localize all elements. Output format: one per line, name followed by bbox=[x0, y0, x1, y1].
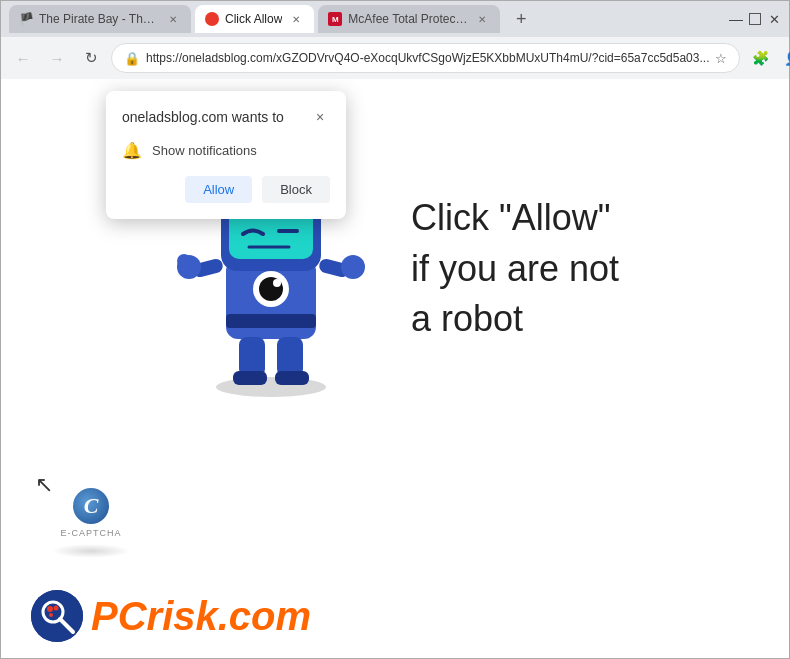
browser-frame: 🏴 The Pirate Bay - The galaxy's m... ✕ C… bbox=[0, 0, 790, 659]
svg-point-25 bbox=[47, 606, 53, 612]
reload-button[interactable]: ↻ bbox=[77, 44, 105, 72]
pirate-favicon: 🏴 bbox=[19, 12, 33, 26]
svg-point-5 bbox=[273, 279, 281, 287]
svg-point-22 bbox=[31, 590, 83, 642]
ecaptcha-logo: C bbox=[73, 488, 109, 524]
svg-rect-20 bbox=[233, 371, 267, 385]
nav-right-icons: 🧩 👤 ⋮ bbox=[746, 44, 790, 72]
clickallow-favicon bbox=[205, 12, 219, 26]
svg-point-0 bbox=[216, 377, 326, 397]
popup-buttons: Allow Block bbox=[122, 176, 330, 203]
tab-clickallow-close[interactable]: ✕ bbox=[288, 11, 304, 27]
bell-icon: 🔔 bbox=[122, 141, 142, 160]
svg-point-27 bbox=[49, 613, 53, 617]
text-line-2: if you are not bbox=[411, 244, 619, 294]
svg-rect-2 bbox=[226, 314, 316, 328]
pcrisk-pc: PC bbox=[91, 594, 147, 638]
pcrisk-icon bbox=[31, 590, 83, 642]
mouse-cursor: ↖ bbox=[35, 472, 53, 498]
pcrisk-logo: PCrisk.com bbox=[31, 590, 311, 642]
maximize-button[interactable] bbox=[749, 13, 761, 25]
ecaptcha-label: E-CAPTCHA bbox=[60, 528, 121, 538]
popup-close-button[interactable]: × bbox=[310, 107, 330, 127]
back-button[interactable]: ← bbox=[9, 44, 37, 72]
block-button[interactable]: Block bbox=[262, 176, 330, 203]
text-line-1: Click "Allow" bbox=[411, 193, 619, 243]
tab-clickallow-label: Click Allow bbox=[225, 12, 282, 26]
popup-header: oneladsblog.com wants to × bbox=[122, 107, 330, 127]
ecaptcha-shadow bbox=[51, 544, 131, 558]
pcrisk-text: PCrisk.com bbox=[91, 594, 311, 639]
ecaptcha-area: C E-CAPTCHA bbox=[51, 488, 131, 558]
notification-popup: oneladsblog.com wants to × 🔔 Show notifi… bbox=[106, 91, 346, 219]
allow-button[interactable]: Allow bbox=[185, 176, 252, 203]
text-line-3: a robot bbox=[411, 294, 619, 344]
svg-point-15 bbox=[177, 254, 191, 268]
tab-pirate-close[interactable]: ✕ bbox=[165, 11, 181, 27]
svg-rect-21 bbox=[275, 371, 309, 385]
popup-title: oneladsblog.com wants to bbox=[122, 109, 284, 125]
navigation-bar: ← → ↻ 🔒 https://oneladsblog.com/xGZODVrv… bbox=[1, 37, 789, 79]
pcrisk-risk: risk.com bbox=[147, 594, 312, 638]
browser-menu-extensions[interactable]: 🧩 bbox=[746, 44, 774, 72]
svg-point-17 bbox=[341, 255, 365, 279]
title-bar: 🏴 The Pirate Bay - The galaxy's m... ✕ C… bbox=[1, 1, 789, 37]
click-allow-text: Click "Allow" if you are not a robot bbox=[411, 193, 619, 344]
url-text: https://oneladsblog.com/xGZODVrvQ4O-eXoc… bbox=[146, 51, 709, 65]
page-content: oneladsblog.com wants to × 🔔 Show notifi… bbox=[1, 79, 789, 658]
lock-icon: 🔒 bbox=[124, 51, 140, 66]
bookmark-icon[interactable]: ☆ bbox=[715, 51, 727, 66]
tab-mcafee[interactable]: M McAfee Total Protection ✕ bbox=[318, 5, 500, 33]
new-tab-button[interactable]: + bbox=[508, 6, 534, 32]
window-controls: — ✕ bbox=[729, 12, 781, 26]
tab-pirate-label: The Pirate Bay - The galaxy's m... bbox=[39, 12, 159, 26]
popup-permission-row: 🔔 Show notifications bbox=[122, 141, 330, 160]
tab-pirate-bay[interactable]: 🏴 The Pirate Bay - The galaxy's m... ✕ bbox=[9, 5, 191, 33]
mcafee-favicon: M bbox=[328, 12, 342, 26]
minimize-button[interactable]: — bbox=[729, 12, 743, 26]
tab-mcafee-close[interactable]: ✕ bbox=[474, 11, 490, 27]
close-button[interactable]: ✕ bbox=[767, 12, 781, 26]
tab-click-allow[interactable]: Click Allow ✕ bbox=[195, 5, 314, 33]
ecaptcha-letter: C bbox=[84, 493, 99, 519]
tab-mcafee-label: McAfee Total Protection bbox=[348, 12, 468, 26]
forward-button[interactable]: → bbox=[43, 44, 71, 72]
address-bar[interactable]: 🔒 https://oneladsblog.com/xGZODVrvQ4O-eX… bbox=[111, 43, 740, 73]
popup-permission-text: Show notifications bbox=[152, 143, 257, 158]
svg-point-26 bbox=[54, 606, 59, 611]
profile-button[interactable]: 👤 bbox=[778, 44, 790, 72]
